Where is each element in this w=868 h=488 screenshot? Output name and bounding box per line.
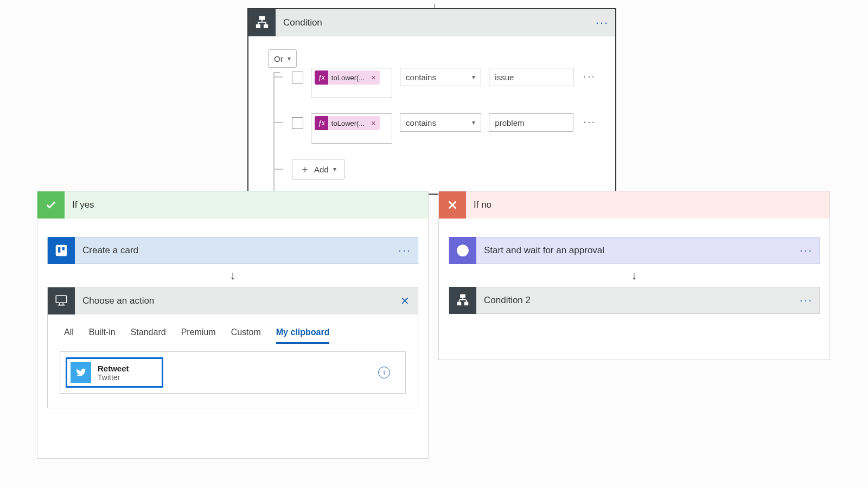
svg-rect-5 bbox=[62, 247, 65, 251]
choose-action-title: Choose an action bbox=[75, 296, 392, 306]
if-yes-header: If yes bbox=[37, 191, 428, 219]
if-no-label: If no bbox=[466, 200, 492, 210]
condition-icon bbox=[248, 9, 276, 36]
action-more-button[interactable]: ··· bbox=[793, 293, 819, 307]
plus-icon: ＋ bbox=[300, 163, 310, 176]
tab-my-clipboard[interactable]: My clipboard bbox=[276, 324, 330, 344]
svg-rect-1 bbox=[257, 24, 260, 28]
operator-dropdown[interactable]: contains ▾ bbox=[400, 68, 481, 86]
flow-arrow-icon: ↓ bbox=[631, 268, 637, 282]
clipboard-item-name: Retweet bbox=[98, 364, 129, 373]
if-no-body: Start and wait for an approval ··· ↓ Con… bbox=[439, 219, 829, 332]
choose-action-header: Choose an action ✕ bbox=[48, 287, 418, 314]
expression-text: toLower(... bbox=[328, 74, 367, 82]
condition-row: ƒx toLower(... × contains ▾ ··· bbox=[292, 113, 596, 144]
tab-standard[interactable]: Standard bbox=[131, 324, 166, 344]
expression-text: toLower(... bbox=[328, 119, 367, 127]
if-yes-branch: If yes Create a card ··· ↓ Choose an act… bbox=[37, 191, 429, 459]
action-create-card[interactable]: Create a card ··· bbox=[47, 237, 418, 264]
add-row: ＋ Add ▾ bbox=[292, 159, 596, 179]
action-condition-2[interactable]: Condition 2 ··· bbox=[449, 287, 820, 314]
approval-icon bbox=[449, 237, 476, 264]
flow-arrow-icon: ↓ bbox=[230, 268, 236, 282]
condition-rows: ƒx toLower(... × contains ▾ ··· ƒx bbox=[268, 68, 596, 179]
action-tabs: All Built-in Standard Premium Custom My … bbox=[48, 314, 418, 344]
svg-rect-4 bbox=[58, 247, 61, 253]
trello-icon bbox=[48, 237, 75, 264]
svg-rect-8 bbox=[461, 294, 465, 297]
tab-custom[interactable]: Custom bbox=[231, 324, 261, 344]
if-yes-body: Create a card ··· ↓ Choose an action ✕ A… bbox=[37, 219, 428, 427]
clipboard-item-text: Retweet Twitter bbox=[98, 364, 129, 382]
group-operator-dropdown[interactable]: Or ▾ bbox=[268, 49, 297, 68]
expression-field[interactable]: ƒx toLower(... × bbox=[311, 68, 392, 98]
action-title: Start and wait for an approval bbox=[476, 245, 793, 256]
tab-premium[interactable]: Premium bbox=[181, 324, 216, 344]
if-yes-label: If yes bbox=[65, 200, 94, 210]
check-icon bbox=[37, 191, 65, 219]
action-more-button[interactable]: ··· bbox=[392, 243, 418, 258]
row-more-button[interactable]: ··· bbox=[581, 115, 596, 128]
fx-icon: ƒx bbox=[315, 116, 328, 130]
add-condition-button[interactable]: ＋ Add ▾ bbox=[292, 159, 344, 179]
x-icon bbox=[439, 191, 466, 219]
row-select-checkbox[interactable] bbox=[292, 72, 303, 84]
value-input[interactable] bbox=[489, 113, 573, 132]
chevron-down-icon: ▾ bbox=[472, 119, 475, 126]
row-more-button[interactable]: ··· bbox=[581, 70, 596, 82]
condition-row: ƒx toLower(... × contains ▾ ··· bbox=[292, 68, 596, 98]
condition-body: Or ▾ ƒx toLower(... × contains ▾ bbox=[248, 36, 615, 194]
fx-icon: ƒx bbox=[315, 70, 328, 85]
action-title: Create a card bbox=[75, 245, 392, 256]
clipboard-item-connector: Twitter bbox=[98, 373, 129, 382]
action-approval[interactable]: Start and wait for an approval ··· bbox=[449, 237, 820, 264]
group-operator-label: Or bbox=[274, 54, 283, 63]
choose-action-panel: Choose an action ✕ All Built-in Standard… bbox=[47, 287, 418, 408]
add-label: Add bbox=[314, 165, 329, 174]
condition-icon bbox=[449, 287, 476, 314]
info-icon[interactable]: i bbox=[378, 367, 390, 378]
value-input[interactable] bbox=[489, 68, 573, 86]
expression-field[interactable]: ƒx toLower(... × bbox=[311, 113, 392, 144]
operator-dropdown[interactable]: contains ▾ bbox=[400, 113, 481, 132]
condition-header: Condition ··· bbox=[248, 9, 615, 36]
svg-rect-9 bbox=[457, 302, 461, 305]
if-no-branch: If no Start and wait for an approval ···… bbox=[438, 191, 830, 360]
tab-built-in[interactable]: Built-in bbox=[89, 324, 116, 344]
svg-rect-2 bbox=[264, 24, 268, 28]
condition-title: Condition bbox=[276, 17, 589, 28]
clipboard-area: Retweet Twitter i bbox=[60, 351, 406, 394]
tab-all[interactable]: All bbox=[64, 324, 74, 344]
operator-label: contains bbox=[406, 118, 436, 127]
svg-rect-10 bbox=[464, 302, 468, 305]
action-title: Condition 2 bbox=[476, 295, 793, 306]
chevron-down-icon: ▾ bbox=[333, 165, 336, 173]
twitter-icon bbox=[71, 362, 91, 383]
condition-card: Condition ··· Or ▾ ƒx toLower(... × bbox=[247, 8, 616, 195]
svg-rect-6 bbox=[56, 296, 67, 303]
if-no-header: If no bbox=[439, 191, 829, 219]
chevron-down-icon: ▾ bbox=[288, 55, 291, 62]
operator-label: contains bbox=[406, 73, 436, 82]
chevron-down-icon: ▾ bbox=[472, 73, 475, 81]
clipboard-item-retweet[interactable]: Retweet Twitter bbox=[66, 357, 163, 388]
condition-more-button[interactable]: ··· bbox=[589, 16, 615, 30]
action-picker-icon bbox=[48, 287, 75, 314]
action-more-button[interactable]: ··· bbox=[793, 243, 819, 258]
svg-rect-0 bbox=[259, 16, 264, 20]
close-button[interactable]: ✕ bbox=[392, 294, 418, 307]
row-select-checkbox[interactable] bbox=[292, 117, 303, 129]
expression-remove-button[interactable]: × bbox=[367, 119, 380, 127]
expression-remove-button[interactable]: × bbox=[367, 73, 380, 82]
